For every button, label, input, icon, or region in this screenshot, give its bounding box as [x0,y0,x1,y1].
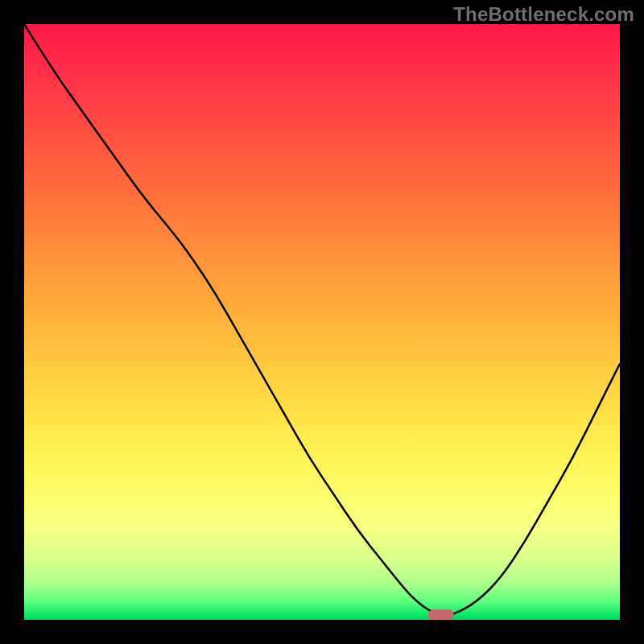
chart-container: TheBottleneck.com [0,0,644,644]
optimal-point-marker [428,609,454,620]
bottleneck-curve [24,24,620,620]
plot-area [24,24,620,620]
watermark-text: TheBottleneck.com [453,3,634,26]
